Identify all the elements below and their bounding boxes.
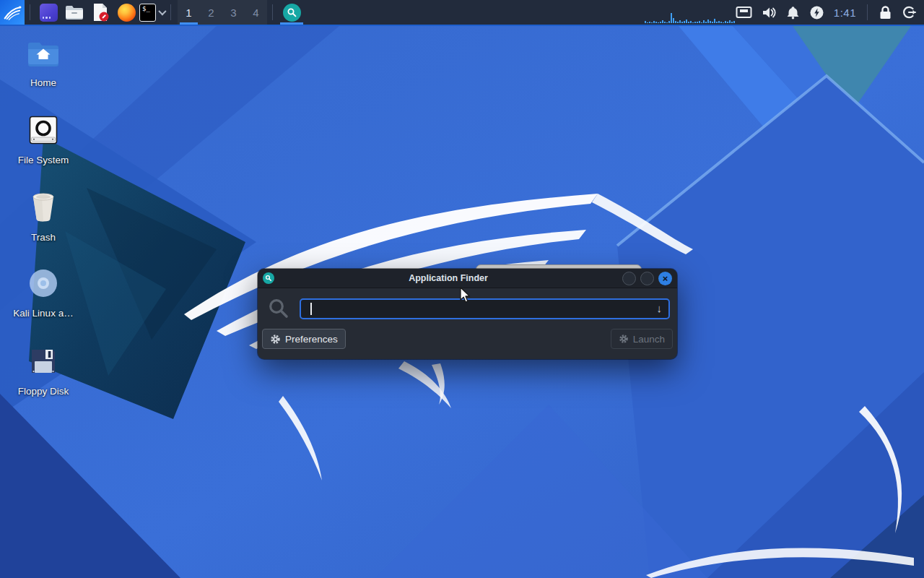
network-icon[interactable] [736, 6, 752, 19]
folder-icon [65, 4, 84, 20]
logout-icon[interactable] [902, 5, 917, 20]
mouse-cursor [458, 286, 472, 303]
kali-dragon-icon [2, 2, 22, 22]
desktop-icon-filesystem[interactable]: File System [9, 116, 78, 166]
terminal-icon: $_ [139, 4, 156, 22]
dropdown-arrow-icon[interactable]: ↓ [657, 302, 663, 314]
desktop-icon-home[interactable]: Home [9, 40, 78, 89]
appfinder-icon [283, 4, 301, 22]
desktop-icon-kali-cd[interactable]: Kali Linux a… [9, 269, 78, 319]
desktop-icon-label: Kali Linux a… [13, 309, 73, 319]
workspace-4[interactable]: 4 [245, 0, 267, 25]
launcher-terminal[interactable]: $_ [139, 0, 165, 25]
window-title: Application Finder [279, 273, 618, 283]
drive-icon [29, 116, 58, 144]
cpu-graph[interactable] [645, 13, 737, 23]
appfinder-taskbar-button[interactable] [278, 0, 305, 25]
panel-separator [867, 4, 868, 20]
launcher-file-manager[interactable] [61, 0, 87, 25]
desktop-icon-label: Home [30, 78, 56, 89]
workspace-3[interactable]: 3 [222, 0, 245, 25]
home-folder-icon [27, 40, 60, 67]
desktop-icon-floppy[interactable]: Floppy Disk [9, 347, 78, 397]
search-input[interactable] [301, 303, 668, 314]
application-finder-window: Application Finder × ↓ Pref [258, 269, 677, 359]
kali-menu-button[interactable] [0, 0, 25, 25]
workspace-2[interactable]: 2 [200, 0, 222, 25]
search-icon [268, 298, 289, 319]
text-editor-icon [91, 3, 110, 22]
panel-status-area: 1:41 [736, 4, 924, 20]
minimize-button[interactable] [622, 272, 636, 285]
desktop-icon-trash[interactable]: Trash [9, 191, 78, 243]
power-icon[interactable] [810, 6, 824, 20]
appfinder-window-icon [263, 272, 274, 284]
firefox-icon [118, 4, 136, 22]
titlebar[interactable]: Application Finder × [258, 269, 677, 288]
trash-icon [30, 191, 57, 222]
clock[interactable]: 1:41 [834, 7, 856, 19]
panel-separator [30, 4, 30, 20]
panel-separator [170, 4, 171, 20]
launcher-firefox[interactable] [113, 0, 139, 25]
lock-icon[interactable] [879, 5, 892, 20]
desktop-icon-label: File System [18, 155, 69, 166]
workspace-1[interactable]: 1 [178, 0, 200, 25]
disc-icon [29, 269, 58, 298]
launch-label: Launch [633, 334, 665, 345]
launch-gear-icon [619, 334, 629, 344]
gear-icon [270, 334, 281, 345]
workspace-switcher: 1 2 3 4 [178, 0, 267, 25]
window-app-icon [40, 4, 58, 22]
text-caret [310, 303, 312, 315]
launch-button[interactable]: Launch [611, 329, 673, 349]
volume-icon[interactable] [762, 7, 776, 19]
preferences-button[interactable]: Preferences [262, 329, 346, 349]
launcher-text-editor[interactable] [87, 0, 113, 25]
bell-icon[interactable] [786, 6, 800, 20]
floppy-icon [29, 347, 58, 376]
desktop-icon-label: Floppy Disk [18, 387, 69, 397]
maximize-button[interactable] [640, 272, 654, 285]
search-field-frame: ↓ [300, 298, 670, 319]
preferences-label: Preferences [285, 334, 338, 345]
launcher-window-app[interactable] [35, 0, 61, 25]
panel-separator [272, 4, 273, 20]
desktop-icon-label: Trash [31, 233, 56, 243]
top-panel: $_ 1 2 3 4 [0, 0, 924, 26]
chevron-down-icon[interactable] [159, 7, 167, 15]
close-button[interactable]: × [658, 272, 672, 285]
